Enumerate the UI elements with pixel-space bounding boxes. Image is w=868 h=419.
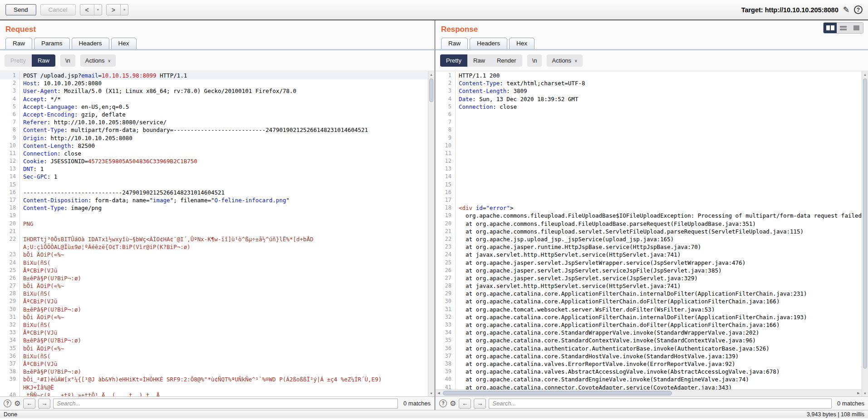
- editor-line[interactable]: 33ÅªCBiP(VJü: [0, 329, 428, 336]
- editor-line[interactable]: 27 at org.apache.jasper.servlet.JspServl…: [436, 274, 862, 282]
- request-search-prev-button[interactable]: ←: [23, 399, 35, 409]
- response-tab-hex[interactable]: Hex: [509, 38, 535, 49]
- editor-line[interactable]: 25 at org.apache.jasper.servlet.JspServl…: [436, 259, 862, 267]
- editor-line[interactable]: A;U:çìÕÖÓAL@Îù±9ø¦ºÂéêzë{O¢T:BiP(Vìr@iP(…: [0, 243, 428, 251]
- editor-line[interactable]: 16: [436, 189, 862, 196]
- response-horizontal-scrollbar[interactable]: ◀ ▶: [436, 390, 862, 396]
- layout-single-button[interactable]: [850, 23, 863, 33]
- editor-line[interactable]: 26 at org.apache.jasper.servlet.JspServl…: [436, 267, 862, 274]
- response-pretty-toggle[interactable]: Pretty: [440, 54, 467, 67]
- editor-line[interactable]: 17Content-Disposition: form-data; name="…: [0, 196, 428, 204]
- editor-line[interactable]: 38B±êPâ§P(U?BiP¬:ø): [0, 368, 428, 375]
- editor-line[interactable]: 37ÅªCBiP(VJü: [0, 360, 428, 368]
- editor-line[interactable]: 9Origin: http://10.10.10.205:8080: [0, 134, 428, 142]
- response-render-toggle[interactable]: Render: [491, 54, 522, 67]
- back-arrow-icon[interactable]: <: [80, 5, 94, 15]
- response-search-next-button[interactable]: →: [474, 399, 486, 409]
- editor-line[interactable]: 8: [436, 126, 862, 134]
- editor-line[interactable]: 21 at org.apache.commons.fileupload.serv…: [436, 228, 862, 235]
- editor-line[interactable]: 18Content-Type: image/png: [0, 204, 428, 212]
- editor-line[interactable]: 5Accept-Language: en-US,en;q=0.5: [0, 103, 428, 111]
- editor-line[interactable]: 7: [436, 118, 862, 126]
- editor-line[interactable]: 9: [436, 134, 862, 142]
- editor-line[interactable]: 10: [436, 142, 862, 150]
- response-vertical-scrollbar[interactable]: ▲ ▼: [862, 71, 868, 396]
- editor-line[interactable]: 31bÕi ÄOiP(«%~: [0, 313, 428, 321]
- scroll-up-icon[interactable]: ▲: [862, 71, 868, 78]
- editor-line[interactable]: 20PNG: [0, 220, 428, 228]
- forward-split-button[interactable]: > ▾: [106, 4, 128, 15]
- editor-line[interactable]: 24BiXu(ñS(: [0, 259, 428, 267]
- request-actions-button[interactable]: Actions∨: [80, 54, 116, 67]
- editor-line[interactable]: 4Accept: */*: [0, 95, 428, 103]
- editor-line[interactable]: 38 at org.apache.catalina.valves.ErrorRe…: [436, 360, 862, 368]
- editor-line[interactable]: HKJ+Îå%@Ë: [0, 384, 428, 391]
- response-scrollbar-thumb[interactable]: [863, 78, 867, 369]
- response-search-input[interactable]: [489, 399, 832, 409]
- request-editor[interactable]: 1POST /upload.jsp?email=10.10.15.98:8099…: [0, 71, 434, 396]
- editor-line[interactable]: 11: [436, 150, 862, 157]
- editor-line[interactable]: 35 at org.apache.catalina.core.StandardC…: [436, 336, 862, 344]
- editor-line[interactable]: 14Sec-GPC: 1: [0, 173, 428, 180]
- response-tab-headers[interactable]: Headers: [470, 38, 507, 49]
- request-tab-hex[interactable]: Hex: [111, 38, 137, 49]
- forward-arrow-icon[interactable]: >: [107, 5, 121, 15]
- editor-line[interactable]: 7Referer: http://10.10.10.205:8080/servi…: [0, 118, 428, 126]
- scroll-down-icon[interactable]: ▼: [862, 390, 868, 396]
- editor-line[interactable]: 13DNT: 1: [0, 165, 428, 173]
- back-dropdown-caret-icon[interactable]: ▾: [94, 5, 102, 15]
- editor-line[interactable]: 29ÅªCBiP(VJü: [0, 297, 428, 305]
- editor-line[interactable]: 21: [0, 228, 428, 235]
- editor-line[interactable]: 34B±êPâ§P(U?BiP¬:ø): [0, 336, 428, 344]
- editor-line[interactable]: 8Content-Type: multipart/form-data; boun…: [0, 126, 428, 134]
- editor-line[interactable]: 26B±êPâ§P(U?BiP¬:ø): [0, 274, 428, 282]
- editor-line[interactable]: 19 org.apache.commons.fileupload.FileUpl…: [436, 212, 862, 219]
- request-scrollbar-thumb[interactable]: [429, 78, 433, 102]
- editor-line[interactable]: 28 at javax.servlet.http.HttpServlet.ser…: [436, 282, 862, 290]
- editor-line[interactable]: 37 at org.apache.catalina.core.StandardH…: [436, 352, 862, 360]
- editor-line[interactable]: 40¸tÑÑ~ç(º¸ ¸±tº) »±ttÔ¹ Ä¸ (¸¸ ¸t¸ ) t …: [0, 391, 428, 396]
- editor-line[interactable]: 3Content-Length: 3809: [436, 87, 862, 95]
- edit-target-icon[interactable]: ✎: [843, 5, 849, 15]
- forward-dropdown-caret-icon[interactable]: ▾: [121, 5, 128, 15]
- request-newline-toggle[interactable]: \n: [60, 54, 75, 67]
- editor-line[interactable]: 1POST /upload.jsp?email=10.10.15.98:8099…: [0, 72, 428, 79]
- editor-line[interactable]: 29 at org.apache.catalina.core.Applicati…: [436, 290, 862, 297]
- editor-line[interactable]: 23bÕi ÄOiP(«%~: [0, 251, 428, 258]
- editor-line[interactable]: 2Content-Type: text/html;charset=UTF-8: [436, 79, 862, 87]
- editor-line[interactable]: 12: [436, 157, 862, 165]
- response-hscrollbar-thumb[interactable]: [443, 391, 672, 395]
- request-editor-lines[interactable]: 1POST /upload.jsp?email=10.10.15.98:8099…: [0, 72, 428, 396]
- editor-line[interactable]: 23 at org.apache.jasper.runtime.HttpJspB…: [436, 243, 862, 251]
- request-search-next-button[interactable]: →: [38, 399, 50, 409]
- layout-columns-button[interactable]: [824, 23, 837, 33]
- editor-line[interactable]: 33 at org.apache.catalina.core.Applicati…: [436, 321, 862, 329]
- editor-line[interactable]: 41 at org.apache.catalina.connector.Coyo…: [436, 384, 862, 390]
- editor-line[interactable]: 3User-Agent: Mozilla/5.0 (X11; Linux x86…: [0, 87, 428, 95]
- editor-line[interactable]: 18<div id="error">: [436, 204, 862, 212]
- response-search-settings-icon[interactable]: ⚙: [450, 400, 456, 407]
- editor-line[interactable]: 24 at javax.servlet.http.HttpServlet.ser…: [436, 251, 862, 258]
- request-raw-toggle[interactable]: Raw: [32, 54, 55, 67]
- editor-line[interactable]: 32BiXu(ñS(: [0, 321, 428, 329]
- editor-line[interactable]: 4Date: Sun, 13 Dec 2020 18:39:52 GMT: [436, 95, 862, 103]
- help-icon[interactable]: ?: [854, 5, 863, 14]
- back-split-button[interactable]: < ▾: [80, 4, 102, 15]
- editor-line[interactable]: 19: [0, 212, 428, 219]
- editor-line[interactable]: 34 at org.apache.catalina.core.StandardW…: [436, 329, 862, 336]
- layout-rows-button[interactable]: [837, 23, 850, 33]
- editor-line[interactable]: 40 at org.apache.catalina.core.StandardE…: [436, 375, 862, 383]
- editor-line[interactable]: 36BiXu(ñS(: [0, 352, 428, 360]
- response-actions-button[interactable]: Actions∨: [547, 54, 582, 67]
- editor-line[interactable]: 32 at org.apache.catalina.core.Applicati…: [436, 313, 862, 321]
- response-search-help-icon[interactable]: ?: [439, 400, 447, 407]
- response-editor[interactable]: 1HTTP/1.1 2002Content-Type: text/html;ch…: [436, 71, 868, 396]
- request-vertical-scrollbar[interactable]: ▲ ▼: [428, 71, 434, 396]
- editor-line[interactable]: 17: [436, 196, 862, 204]
- editor-line[interactable]: 15: [436, 181, 862, 189]
- response-newline-toggle[interactable]: \n: [527, 54, 542, 67]
- editor-line[interactable]: 20 at org.apache.commons.fileupload.File…: [436, 220, 862, 228]
- request-tab-raw[interactable]: Raw: [5, 38, 32, 49]
- editor-line[interactable]: 6Accept-Encoding: gzip, deflate: [0, 111, 428, 118]
- request-pretty-toggle[interactable]: Pretty: [5, 54, 32, 67]
